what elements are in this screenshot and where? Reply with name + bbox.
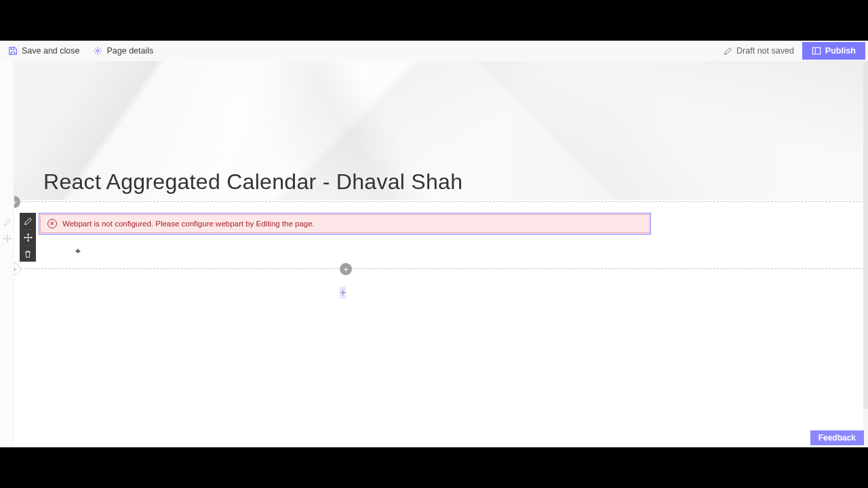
section-rail: [0, 61, 14, 447]
command-bar: Save and close Page details Draft not sa…: [0, 41, 868, 61]
plus-icon: +: [14, 197, 17, 207]
add-webpart-button[interactable]: +: [340, 263, 352, 275]
draft-status: Draft not saved: [718, 46, 800, 56]
gear-icon: [93, 46, 102, 56]
section-divider-top: +: [14, 201, 868, 202]
save-and-close-button[interactable]: Save and close: [3, 43, 85, 58]
svg-point-0: [97, 49, 100, 52]
webpart-error-bar: ✕ Webpart is not configured. Please conf…: [40, 214, 650, 233]
error-icon: ✕: [47, 219, 57, 228]
webpart-delete-button[interactable]: [20, 245, 36, 262]
save-icon: [8, 46, 18, 56]
feedback-label: Feedback: [818, 433, 856, 443]
page-canvas: React Aggregated Calendar - Dhaval Shah …: [14, 61, 868, 447]
webpart-move-button[interactable]: [20, 229, 36, 245]
webpart-edit-button[interactable]: [20, 213, 36, 229]
section-edit-mini-icon[interactable]: [2, 217, 12, 227]
command-bar-right: Draft not saved Publish: [718, 42, 865, 60]
publish-label: Publish: [825, 46, 856, 56]
plus-icon: +: [343, 264, 349, 274]
scrollbar-thumb[interactable]: [863, 61, 868, 409]
plus-icon: +: [14, 264, 17, 274]
feedback-button[interactable]: Feedback: [810, 430, 864, 445]
page-details-button[interactable]: Page details: [87, 43, 159, 58]
section-move-mini-icon[interactable]: [2, 233, 12, 243]
page-details-label: Page details: [106, 46, 153, 56]
webpart-error-text: Webpart is not configured. Please config…: [62, 220, 315, 228]
svg-rect-1: [812, 47, 820, 54]
page-hero[interactable]: React Aggregated Calendar - Dhaval Shah: [14, 61, 868, 200]
command-bar-left: Save and close Page details: [3, 43, 159, 58]
page-title[interactable]: React Aggregated Calendar - Dhaval Shah: [43, 169, 462, 195]
add-section-below-button[interactable]: +: [14, 263, 20, 275]
save-label: Save and close: [22, 46, 79, 56]
publish-button[interactable]: Publish: [802, 42, 865, 60]
panel-icon: [812, 46, 821, 56]
vertical-scrollbar[interactable]: [863, 61, 868, 447]
webpart-row: ✕ Webpart is not configured. Please conf…: [14, 213, 868, 262]
section-divider-mid: + +: [14, 268, 868, 269]
pencil-icon: [724, 47, 732, 56]
draft-status-text: Draft not saved: [736, 46, 794, 56]
app-viewport: Save and close Page details Draft not sa…: [0, 41, 868, 447]
webpart-toolbar: [20, 213, 36, 262]
webpart-selection[interactable]: ✕ Webpart is not configured. Please conf…: [39, 213, 651, 235]
add-webpart-soft-button[interactable]: +: [340, 287, 346, 299]
plus-icon: +: [340, 287, 346, 298]
